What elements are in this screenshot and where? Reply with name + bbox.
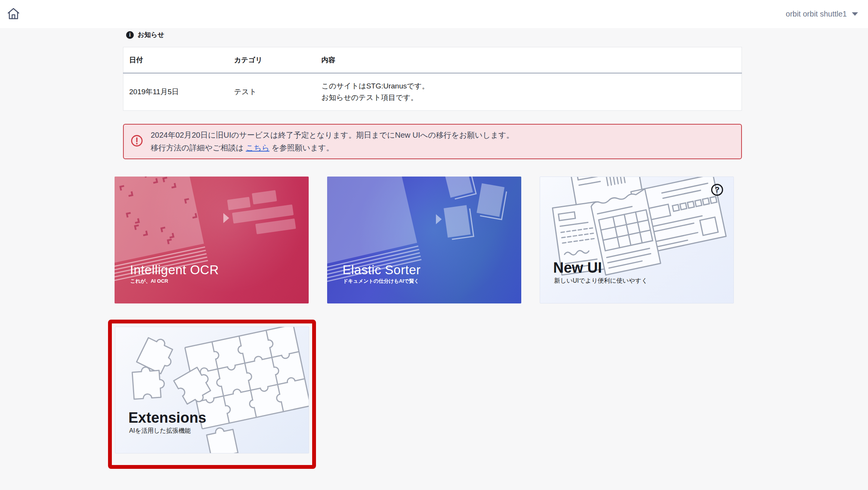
service-cards: Intelligent OCR これが、AI OCR: [115, 177, 734, 303]
alert-line-1: 2024年02月20日に旧UIのサービスは終了予定となります。期日までにNew …: [151, 129, 514, 142]
home-icon: [7, 16, 20, 22]
alert-line-2-prefix: 移行方法の詳細やご相談は: [151, 143, 246, 152]
announcements-title: i お知らせ: [126, 30, 164, 39]
content-line-1: このサイトはSTG:Uranusです。: [321, 80, 742, 92]
card-subtitle-extensions: AIを活用した拡張機能: [129, 427, 191, 435]
column-header-content: 内容: [316, 47, 742, 73]
page: orbit orbit shuttle1 i お知らせ 日付 カテゴリ 内容 2…: [0, 0, 868, 490]
migration-details-link[interactable]: こちら: [246, 143, 269, 152]
content-line-2: お知らせのテスト項目です。: [321, 92, 742, 103]
card-subtitle-ocr: これが、AI OCR: [130, 278, 168, 285]
cell-category: テスト: [228, 73, 316, 111]
alert-text: 2024年02月20日に旧UIのサービスは終了予定となります。期日までにNew …: [151, 129, 514, 154]
alert-line-2: 移行方法の詳細やご相談は こちら を参照願います。: [151, 142, 514, 154]
question-icon[interactable]: ?: [711, 184, 723, 196]
card-title-sorter: Elastic Sorter: [343, 263, 421, 277]
alert-line-2-suffix: を参照願います。: [269, 143, 334, 152]
home-button[interactable]: [6, 7, 21, 22]
user-menu[interactable]: orbit orbit shuttle1: [786, 0, 858, 28]
table-header-row: 日付 カテゴリ 内容: [123, 47, 742, 73]
announcements-title-label: お知らせ: [138, 30, 164, 39]
cell-date: 2019年11月5日: [123, 73, 229, 111]
info-icon: i: [126, 31, 134, 39]
card-extensions[interactable]: Extensions AIを活用した拡張機能: [115, 327, 309, 453]
card-title-extensions: Extensions: [128, 410, 206, 426]
card-intelligent-ocr[interactable]: Intelligent OCR これが、AI OCR: [115, 177, 309, 303]
card-elastic-sorter[interactable]: Elastic Sorter ドキュメントの仕分けもAIで賢く: [327, 177, 521, 303]
alert-circle-icon: [130, 134, 143, 149]
highlight-annotation: Extensions AIを活用した拡張機能: [108, 320, 316, 469]
migration-alert: 2024年02月20日に旧UIのサービスは終了予定となります。期日までにNew …: [123, 124, 742, 159]
card-subtitle-new-ui: 新しいUIでより便利に使いやすく: [554, 277, 648, 285]
card-title-new-ui: New UI: [553, 260, 602, 276]
cell-content: このサイトはSTG:Uranusです。 お知らせのテスト項目です。: [316, 73, 742, 111]
table-row: 2019年11月5日 テスト このサイトはSTG:Uranusです。 お知らせの…: [123, 73, 742, 111]
card-subtitle-sorter: ドキュメントの仕分けもAIで賢く: [343, 278, 419, 285]
column-header-category: カテゴリ: [228, 47, 316, 73]
card-title-ocr: Intelligent OCR: [130, 263, 219, 277]
column-header-date: 日付: [123, 47, 229, 73]
app-header: orbit orbit shuttle1: [0, 0, 868, 28]
card-new-ui[interactable]: ? New UI 新しいUIでより便利に使いやすく: [540, 177, 734, 303]
chevron-down-icon: [852, 12, 858, 16]
user-name: orbit orbit shuttle1: [786, 10, 847, 18]
announcements-table: 日付 カテゴリ 内容 2019年11月5日 テスト このサイトはSTG:Uran…: [123, 47, 742, 111]
